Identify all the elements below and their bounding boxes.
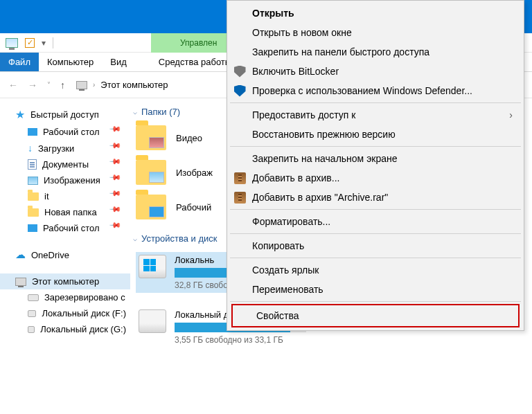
pin-icon: 📌	[109, 139, 127, 157]
folder-large-icon	[136, 160, 166, 185]
ctx-properties[interactable]: Свойства	[231, 304, 520, 327]
folder-label: Рабочий	[176, 202, 211, 213]
bitlocker-icon	[233, 66, 247, 78]
pin-icon: 📌	[109, 203, 127, 221]
sidebar-item-it[interactable]: it📌	[0, 188, 130, 204]
sidebar-item-label: Рабочий стол	[43, 223, 100, 233]
qat-overflow[interactable]: ▾	[42, 38, 46, 48]
drive-icon	[28, 326, 35, 333]
ctx-bitlocker[interactable]: Включить BitLocker	[229, 62, 522, 81]
ctx-add-to-archive[interactable]: Добавить в архив...	[229, 168, 522, 188]
sidebar-item-label: Этот компьютер	[32, 276, 99, 287]
drive-free-text: 3,55 ГБ свободно из 33,1 ГБ	[175, 335, 306, 345]
qat-properties-icon[interactable]: ✓	[25, 38, 35, 48]
address-bar[interactable]: › Этот компьютер	[76, 80, 168, 90]
pictures-icon	[28, 177, 38, 185]
ctx-open[interactable]: Открыть	[229, 3, 522, 23]
tab-view[interactable]: Вид	[102, 53, 135, 71]
defender-shield-icon	[233, 85, 247, 97]
desktop-icon	[28, 128, 37, 136]
winrar-icon	[233, 192, 247, 204]
navigation-pane: ★ Быстрый доступ Рабочий стол📌 ↓Загрузки…	[0, 98, 130, 414]
sidebar-item-desktop2[interactable]: Рабочий стол📌	[0, 220, 130, 236]
sidebar-item-label: Локальный диск (G:)	[40, 324, 126, 334]
nav-up[interactable]: ↑	[57, 78, 68, 92]
chevron-right-icon: ›	[93, 81, 95, 89]
nav-forward: →	[25, 78, 40, 92]
ctx-copy[interactable]: Копировать	[229, 236, 522, 255]
ctx-pin-start[interactable]: Закрепить на начальном экране	[229, 149, 522, 168]
ctx-defender-scan[interactable]: Проверка с использованием Windows Defend…	[229, 81, 522, 100]
context-menu: Открыть Открыть в новом окне Закрепить н…	[227, 0, 524, 331]
folder-label: Изображ	[176, 168, 213, 178]
ctx-create-shortcut[interactable]: Создать ярлык	[229, 260, 522, 280]
pc-icon	[76, 81, 87, 89]
star-icon: ★	[15, 108, 25, 121]
folder-label: Видео	[176, 133, 202, 143]
ctx-restore-previous[interactable]: Восстановить прежнюю версию	[229, 125, 522, 144]
sidebar-item-desktop[interactable]: Рабочий стол📌	[0, 124, 130, 140]
sidebar-item-label: Новая папка	[44, 207, 97, 217]
sidebar-drive-f[interactable]: Локальный диск (F:)	[0, 305, 130, 321]
group-header-label: Папки (7)	[141, 107, 180, 117]
tab-computer[interactable]: Компьютер	[39, 53, 102, 71]
drive-icon	[28, 310, 36, 317]
sidebar-onedrive[interactable]: ☁OneDrive	[0, 246, 130, 264]
pc-icon	[15, 278, 26, 286]
chevron-right-icon: ›	[509, 109, 513, 120]
documents-icon	[28, 159, 37, 170]
ctx-format[interactable]: Форматировать...	[229, 212, 522, 231]
sidebar-item-downloads[interactable]: ↓Загрузки📌	[0, 140, 130, 156]
folder-large-icon	[136, 195, 166, 219]
ctx-add-to-archive-named[interactable]: Добавить в архив "Archive.rar"	[229, 188, 522, 207]
sidebar-this-pc[interactable]: Этот компьютер	[0, 273, 130, 289]
pin-icon: 📌	[109, 123, 127, 141]
chevron-down-icon: ⌵	[133, 235, 137, 242]
group-header-label: Устройства и диск	[141, 233, 218, 244]
sidebar-quick-access[interactable]: ★ Быстрый доступ	[0, 105, 130, 124]
winrar-icon	[233, 172, 247, 184]
sidebar-label: Быстрый доступ	[30, 109, 99, 120]
drive-icon	[28, 294, 39, 301]
breadcrumb-root[interactable]: Этот компьютер	[100, 80, 168, 90]
sidebar-item-pictures[interactable]: Изображения📌	[0, 172, 130, 188]
nav-back[interactable]: ←	[6, 78, 21, 92]
sidebar-item-label: Локальный диск (F:)	[42, 308, 126, 318]
sidebar-item-label: OneDrive	[31, 250, 69, 260]
pin-icon: 📌	[109, 155, 127, 173]
ctx-pin-quick-access[interactable]: Закрепить на панели быстрого доступа	[229, 42, 522, 62]
nav-recent[interactable]: ˅	[44, 80, 53, 90]
sidebar-item-newfolder[interactable]: Новая папка📌	[0, 204, 130, 220]
sidebar-drive-reserved[interactable]: Зарезервировано с	[0, 289, 130, 305]
folder-large-icon	[136, 125, 166, 150]
sidebar-item-label: Зарезервировано с	[44, 292, 125, 303]
folder-icon	[28, 192, 39, 201]
explorer-icon	[6, 38, 18, 48]
drive-large-icon	[139, 255, 166, 278]
sidebar-item-documents[interactable]: Документы📌	[0, 156, 130, 172]
sidebar-item-label: Документы	[42, 159, 89, 170]
pin-icon: 📌	[109, 219, 127, 237]
sidebar-drive-g[interactable]: Локальный диск (G:)	[0, 321, 130, 337]
chevron-down-icon: ⌵	[133, 108, 137, 116]
pin-icon: 📌	[109, 171, 127, 189]
cloud-icon: ☁	[15, 249, 26, 261]
folder-icon	[28, 208, 39, 217]
drive-large-icon	[139, 309, 166, 333]
desktop-icon	[28, 224, 37, 232]
sidebar-item-label: Загрузки	[38, 143, 74, 154]
ctx-rename[interactable]: Переименовать	[229, 280, 522, 299]
tab-file[interactable]: Файл	[0, 53, 39, 71]
sidebar-item-label: Рабочий стол	[43, 127, 100, 137]
ctx-open-new-window[interactable]: Открыть в новом окне	[229, 23, 522, 42]
ctx-give-access[interactable]: Предоставить доступ к›	[229, 105, 522, 125]
sidebar-item-label: Изображения	[44, 175, 100, 186]
pin-icon: 📌	[109, 187, 127, 205]
downloads-icon: ↓	[28, 143, 33, 154]
sidebar-item-label: it	[44, 191, 49, 201]
